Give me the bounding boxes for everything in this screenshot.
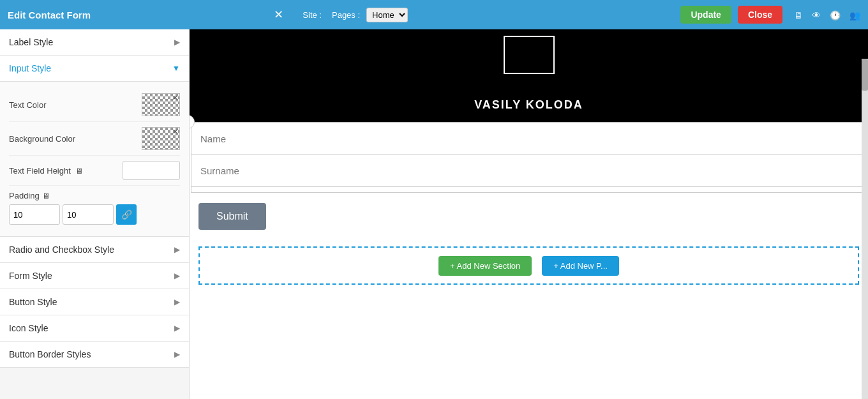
radio-checkbox-style-label: Radio and Checkbox Style [9,245,114,255]
main-layout: Label Style ▶ Input Style ▼ Text Color ✕… [0,29,868,399]
label-style-label: Label Style [9,37,53,47]
update-button[interactable]: Update [680,6,731,24]
people-icon[interactable] [849,8,860,22]
button-style-label: Button Style [9,297,57,307]
input-style-body: Text Color ✕ Background Color ✕ Text Fie… [0,82,189,237]
right-scrollbar[interactable] [862,59,868,399]
monitor-icon-padding: 🖥 [42,192,50,200]
topbar-icons [794,8,860,22]
text-color-close[interactable]: ✕ [172,94,178,102]
icon-style-chevron: ▶ [174,324,180,333]
form-container [191,122,867,193]
canvas-top: VASILY KOLODA [190,29,868,122]
text-field-height-row: Text Field Height 🖥 [9,156,180,186]
canvas-person-name: VASILY KOLODA [474,98,583,112]
text-color-row: Text Color ✕ [9,88,180,122]
button-border-styles-chevron: ▶ [174,350,180,359]
canvas-box [504,36,555,74]
icon-style-label: Icon Style [9,323,48,333]
form-submit-area: Submit [190,193,868,240]
icon-style-header[interactable]: Icon Style ▶ [0,315,189,342]
bg-color-label: Background Color [9,134,75,144]
surname-input[interactable] [191,155,866,186]
input-style-chevron: ▼ [172,64,180,73]
bg-color-close[interactable]: ✕ [172,128,178,135]
submit-button[interactable]: Submit [198,203,266,230]
form-style-header[interactable]: Form Style ▶ [0,263,189,289]
pages-label: Pages : [332,10,360,20]
add-section-button[interactable]: + Add New Section [438,256,532,276]
padding-row: Padding 🖥 10 10 🔗 [9,186,180,230]
form-style-label: Form Style [9,271,52,281]
button-border-styles-label: Button Border Styles [9,349,91,359]
radio-checkbox-style-header[interactable]: Radio and Checkbox Style ▶ [0,237,189,263]
padding-inputs: 10 10 🔗 [9,204,180,225]
link-icon: 🔗 [121,209,132,220]
pages-select[interactable]: Home [366,8,408,22]
link-button[interactable]: 🔗 [116,204,137,225]
radio-checkbox-chevron: ▶ [174,245,180,254]
add-section-area: + Add New Section + Add New P... [198,246,859,285]
button-style-chevron: ▶ [174,297,180,306]
form-style-chevron: ▶ [174,271,180,280]
input-style-header[interactable]: Input Style ▼ [0,56,189,82]
bg-color-picker[interactable]: ✕ [142,127,180,150]
monitor-icon-small: 🖥 [75,167,83,176]
label-style-header[interactable]: Label Style ▶ [0,29,189,56]
scrollbar-thumb[interactable] [862,59,868,91]
form-field-name [191,123,866,155]
left-panel: Label Style ▶ Input Style ▼ Text Color ✕… [0,29,190,399]
panel-title: Edit Contact Form [8,10,267,20]
topbar: Edit Contact Form ✕ Site : Pages : Home … [0,0,868,29]
canvas-form-area: Submit + Add New Section + Add New P... [190,122,868,399]
padding-input-1[interactable]: 10 [9,204,60,225]
padding-input-2[interactable]: 10 [63,204,114,225]
text-field-height-label: Text Field Height 🖥 [9,166,83,176]
close-button[interactable]: Close [738,6,782,24]
bg-color-row: Background Color ✕ [9,122,180,156]
text-field-height-input[interactable] [123,161,180,180]
name-input[interactable] [191,123,866,154]
input-style-label: Input Style [9,63,51,73]
add-page-button[interactable]: + Add New P... [542,256,619,276]
eye-icon[interactable] [812,8,821,22]
text-color-label: Text Color [9,100,47,110]
panel-close-x[interactable]: ✕ [274,8,283,22]
monitor-icon[interactable] [794,8,803,22]
text-color-picker[interactable]: ✕ [142,93,180,116]
history-icon[interactable] [830,8,841,22]
label-style-chevron: ▶ [174,38,180,47]
button-border-styles-header[interactable]: Button Border Styles ▶ [0,342,189,368]
form-field-surname [191,154,866,187]
form-field-empty [191,186,866,193]
right-area: VASILY KOLODA ‹ Submit [190,29,868,399]
button-style-header[interactable]: Button Style ▶ [0,289,189,315]
site-label: Site : [303,10,322,20]
padding-label: Padding 🖥 [9,191,180,200]
